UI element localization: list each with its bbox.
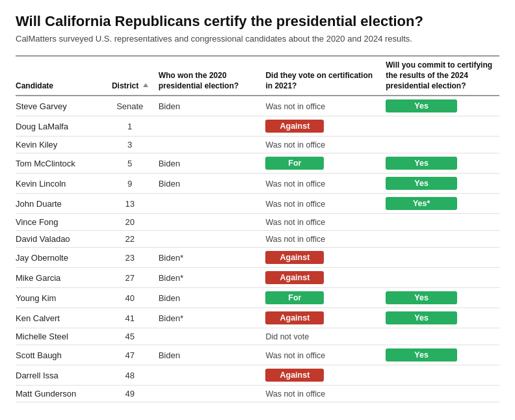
against-badge: Against (265, 271, 324, 284)
district-value: 49 (107, 386, 159, 402)
district-value: 23 (107, 248, 159, 268)
district-value: 9 (107, 174, 159, 194)
yes-badge: Yes (386, 99, 457, 112)
table-row: Doug LaMalfa1Against (16, 116, 499, 137)
table-row: Scott Baugh47BidenWas not in officeYes (16, 345, 499, 365)
vote2021-value: Against (265, 365, 386, 386)
district-value: 22 (107, 231, 159, 248)
district-value: 5 (107, 153, 159, 174)
table-row: Vince Fong20Was not in office (16, 214, 499, 231)
certify2024-value (386, 268, 499, 288)
for-badge: For (265, 157, 324, 170)
yes-badge: Yes (386, 177, 457, 190)
candidate-name: Tom McClintock (16, 153, 107, 174)
yes-badge: Yes (386, 291, 457, 304)
table-row: Mike Garcia27Biden*Against (16, 268, 499, 288)
candidate-name: Scott Baugh (16, 345, 107, 365)
vote2021-value: Was not in office (265, 214, 386, 231)
yes-badge: Yes (386, 311, 457, 324)
table-row: Young Kim40BidenForYes (16, 288, 499, 308)
vote2021-value: For (265, 288, 386, 308)
won2020-value: Biden (159, 153, 266, 174)
table-row: Matt Gunderson49Was not in office (16, 386, 499, 402)
certify2024-value: Yes* (386, 194, 499, 214)
certify2024-value (386, 328, 499, 345)
against-badge: Against (265, 251, 324, 264)
candidate-name: John Duarte (16, 194, 107, 214)
table-row: John Duarte13Was not in officeYes* (16, 194, 499, 214)
certify2024-value: Yes (386, 308, 499, 328)
candidate-name: Michelle Steel (16, 328, 107, 345)
certify2024-value: Yes (386, 345, 499, 365)
district-value: 40 (107, 288, 159, 308)
vote2021-value: Against (265, 248, 386, 268)
table-row: Jay Obernolte23Biden*Against (16, 248, 499, 268)
certify2024-value (386, 137, 499, 153)
district-value: 20 (107, 214, 159, 231)
candidate-name: Kevin Lincoln (16, 174, 107, 194)
district-value: 13 (107, 194, 159, 214)
vote2021-value: Against (265, 268, 386, 288)
vote2021-value: Was not in office (265, 174, 386, 194)
candidate-name: Kevin Kiley (16, 137, 107, 153)
district-value: 27 (107, 268, 159, 288)
candidate-name: Mike Garcia (16, 268, 107, 288)
certify2024-value (386, 116, 499, 137)
won2020-value (159, 231, 266, 248)
table-row: David Valadao22Was not in office (16, 231, 499, 248)
won2020-value (159, 214, 266, 231)
col-header-vote2021: Did they vote on certification in 2021? (265, 56, 386, 96)
candidate-name: Darrell Issa (16, 365, 107, 386)
won2020-value (159, 116, 266, 137)
won2020-value (159, 137, 266, 153)
sort-icon (143, 83, 148, 87)
candidate-name: David Valadao (16, 231, 107, 248)
district-value: 41 (107, 308, 159, 328)
vote2021-value: Did not vote (265, 328, 386, 345)
page-title: Will California Republicans certify the … (16, 13, 499, 30)
vote2021-value: Was not in office (265, 96, 386, 116)
won2020-value: Biden (159, 288, 266, 308)
candidate-name: Matt Gunderson (16, 386, 107, 402)
district-value: 3 (107, 137, 159, 153)
yes-badge: Yes (386, 348, 457, 361)
page-subtitle: CalMatters surveyed U.S. representatives… (16, 34, 499, 44)
certify2024-value (386, 214, 499, 231)
vote2021-value: Was not in office (265, 386, 386, 402)
won2020-value: Biden* (159, 308, 266, 328)
table-row: Michelle Steel45Did not vote (16, 328, 499, 345)
candidate-name: Young Kim (16, 288, 107, 308)
col-header-won2020: Who won the 2020 presidential election? (159, 56, 266, 96)
certify2024-value (386, 365, 499, 386)
table-row: Steve GarveySenateBidenWas not in office… (16, 96, 499, 116)
district-value: 47 (107, 345, 159, 365)
table-row: Kevin Lincoln9BidenWas not in officeYes (16, 174, 499, 194)
district-value: 48 (107, 365, 159, 386)
vote2021-value: Against (265, 308, 386, 328)
candidate-name: Ken Calvert (16, 308, 107, 328)
won2020-value: Biden (159, 174, 266, 194)
vote2021-value: Against (265, 116, 386, 137)
won2020-value: Biden (159, 96, 266, 116)
table-row: Kevin Kiley3Was not in office (16, 137, 499, 153)
against-badge: Against (265, 311, 324, 324)
won2020-value (159, 386, 266, 402)
district-value: 45 (107, 328, 159, 345)
certify2024-value: Yes (386, 96, 499, 116)
yes-badge: Yes (386, 157, 457, 170)
district-value: 1 (107, 116, 159, 137)
vote2021-value: Was not in office (265, 345, 386, 365)
won2020-value: Biden (159, 345, 266, 365)
won2020-value: Biden* (159, 248, 266, 268)
certify2024-value (386, 248, 499, 268)
yes-badge: Yes* (386, 197, 457, 210)
table-row: Ken Calvert41Biden*AgainstYes (16, 308, 499, 328)
won2020-value (159, 328, 266, 345)
vote2021-value: Was not in office (265, 137, 386, 153)
won2020-value (159, 365, 266, 386)
certify2024-value: Yes (386, 288, 499, 308)
for-badge: For (265, 291, 324, 304)
won2020-value (159, 194, 266, 214)
vote2021-value: Was not in office (265, 194, 386, 214)
main-table: Candidate District Who won the 2020 pres… (16, 55, 499, 402)
